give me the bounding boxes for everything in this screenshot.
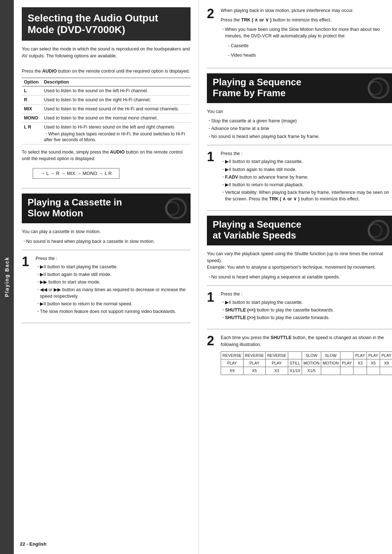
speed-r1c6: SLOW [321,351,340,359]
divider-1 [22,188,191,188]
slow-motion-step2-intro: When playing back in slow motion, pictur… [221,7,392,14]
speed-r2c9: X5 [367,359,380,367]
slow-motion-step2-content: When playing back in slow motion, pictur… [221,7,392,61]
slow-motion-s2-b1: When you have been using the Slow Motion… [221,26,392,39]
slow-motion-bullet-1: No sound is heard when playing back a ca… [22,238,191,245]
table-row: MONOUsed to listen to the sound on the n… [22,113,191,122]
sidebar-label: Playing Back [4,257,10,297]
vs-s1-b1: ▶II button to start playing the cassette… [221,299,392,306]
vs-step-number-1: 1 [207,291,217,304]
step-number-1: 1 [22,255,32,268]
table-cell-description: Used to listen to the mixed sound of the… [42,104,191,113]
slow-motion-s1-b3: ▶▶ button to start slow mode. [36,279,191,285]
speed-r3c7 [340,367,354,375]
slow-motion-s1-b5: ▶II button twice to return to the normal… [36,301,191,307]
table-col-description: Description [42,78,191,86]
table-row: LUsed to listen to the sound on the left… [22,86,191,95]
speed-r2c7: PLAY [340,359,354,367]
audio-intro: You can select the mode in which the sou… [22,46,191,60]
left-column: Selecting the Audio Output Mode (DVD-V70… [14,0,199,554]
speed-r2c1: PLAY [221,359,244,367]
slow-motion-step1: 1 Press the : ▶II button to start playin… [22,255,191,318]
fbf-step1: 1 Press the : ▶II button to start playin… [207,150,392,205]
divider-5 [207,145,392,145]
table-row: RUsed to listen to the sound on the righ… [22,95,191,104]
table-cell-option: MONO [22,113,42,122]
slow-motion-heading: Playing a Cassette in Slow Motion [22,194,191,223]
speed-r3c10 [380,367,392,375]
flowchart-box: → L → R → MIX → MONO → L R [33,168,119,179]
fbf-step1-bullets: ▶II button to start playing the cassette… [221,158,392,202]
protect-video-heads: - Video heads [228,52,392,58]
divider-4 [207,68,392,68]
table-cell-description: Used to listen to the sound on the left … [42,86,191,95]
speed-r1c7 [340,351,354,359]
divider-3 [22,323,191,323]
variable-speeds-intro: You can vary the playback speed using th… [207,250,392,271]
vs-s1-b2: SHUTTLE (<<) button to play the cassette… [221,307,392,313]
speed-r2c5: MOTION [302,359,321,367]
fbf-step1-content: Press the : ▶II button to start playing … [221,150,392,205]
fbf-s1-b1: ▶II button to start playing the cassette… [221,158,392,165]
speed-r1c5: SLOW [302,351,321,359]
frame-by-frame-bullets: Stop the cassette at a given frame (imag… [207,118,392,139]
table-cell-option: L [22,86,42,95]
table-row: MIXUsed to listen to the mixed sound of … [22,104,191,113]
speed-r1c10: PLAY [380,351,392,359]
slow-motion-s1-b1: ▶II button to start playing the cassette… [36,264,191,270]
speed-r1c9: PLAY [367,351,380,359]
table-row: L RUsed to listen to Hi-Fi stereo sound … [22,122,191,144]
audio-output-title: Selecting the Audio Output Mode (DVD-V70… [28,12,185,36]
slow-motion-s1-b2: ▶II button again to make still mode. [36,271,191,278]
audio-press-instruction: Press the AUDIO button on the remote con… [22,68,191,75]
slow-motion-s1-b6: The slow motion feature does not support… [36,308,191,315]
fbf-s1-b2: ▶II button again to make still mode. [221,166,392,173]
speed-r1c8: PLAY [354,351,367,359]
slow-motion-step1-content: Press the : ▶II button to start playing … [36,255,191,318]
slow-motion-step2-bullets: When you have been using the Slow Motion… [221,26,392,39]
speed-r1c4 [288,351,302,359]
speed-r3c1: X9 [221,367,244,375]
fbf-b1: Stop the cassette at a given frame (imag… [207,118,392,124]
speed-r3c6 [321,367,340,375]
table-cell-option: L R [22,122,42,144]
vs-step1-bullets: ▶II button to start playing the cassette… [221,299,392,321]
select-sound-mode: To select the sound mode, simply press t… [22,149,191,163]
table-col-option: Option [22,78,42,86]
slow-motion-step1-label: Press the : [36,256,57,261]
speed-r3c8 [354,367,367,375]
fbf-b3: No sound is heard when playing back fram… [207,133,392,140]
table-cell-option: R [22,95,42,104]
table-cell-description: Used to listen to Hi-Fi stereo sound on … [42,122,191,144]
step-number-2: 2 [207,7,217,20]
speed-r3c4: X1/10 [288,367,302,375]
vs-b1: No sound is heard when playing a sequenc… [207,274,392,280]
vs-step1-label: Press the : [221,292,242,297]
vs-s1-b3: SHUTTLE (>>) button to play the cassette… [221,314,392,321]
slow-motion-title: Playing a Cassette in Slow Motion [28,197,185,219]
speed-r2c2: PLAY [243,359,266,367]
page-footer: 22 - English [20,541,46,547]
variable-speeds-title: Playing a Sequence at Variable Speeds [213,219,387,241]
sidebar: Playing Back [0,0,14,554]
variable-speeds-bullets: No sound is heard when playing a sequenc… [207,274,392,280]
fbf-step-number-1: 1 [207,150,217,163]
frame-by-frame-heading: Playing a Sequence Frame by Frame [207,73,392,103]
slow-motion-intro: You can play a cassette in slow motion. [22,228,191,235]
vs-step-number-2: 2 [207,334,217,347]
slow-motion-step2-block: 2 When playing back in slow motion, pict… [207,7,392,61]
speed-r2c8: X3 [354,359,367,367]
vs-step2-content: Each time you press the SHUTTLE button, … [221,334,392,375]
divider-7 [207,285,392,286]
fbf-b2: Advance one frame at a time [207,125,392,132]
speed-r2c4: STILL [288,359,302,367]
divider-2 [22,250,191,250]
right-column: 2 When playing back in slow motion, pict… [199,0,392,554]
speed-r2c6: MOTION [321,359,340,367]
speed-table: REVERSE REVERSE REVERSE SLOW SLOW PLAY P… [221,351,392,375]
frame-by-frame-title: Playing a Sequence Frame by Frame [213,77,387,99]
vs-step1-content: Press the : ▶II button to start playing … [221,291,392,324]
speed-r3c5: X1/5 [302,367,321,375]
speed-r1c3: REVERSE [266,351,288,359]
table-cell-description: Used to listen to the sound on the right… [42,95,191,104]
